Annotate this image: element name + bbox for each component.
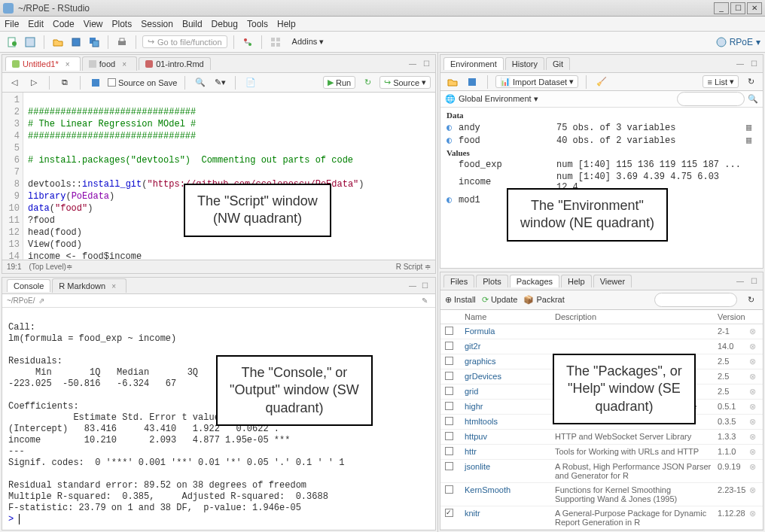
package-row[interactable]: httpuvHTTP and WebSocket Server Library1… <box>440 430 763 445</box>
save-all-icon[interactable] <box>87 35 102 50</box>
package-name[interactable]: graphics <box>465 357 555 366</box>
print-icon[interactable] <box>114 35 130 50</box>
remove-package-icon[interactable]: ⊗ <box>749 387 758 397</box>
minimize-pane-icon[interactable]: — <box>734 59 746 69</box>
packrat-button[interactable]: 📦 Packrat <box>523 295 564 305</box>
update-button[interactable]: ⟳ Update <box>482 295 518 305</box>
package-name[interactable]: git2r <box>465 342 555 351</box>
menu-plots[interactable]: Plots <box>112 19 133 29</box>
save-workspace-icon[interactable] <box>465 74 480 90</box>
package-checkbox[interactable] <box>445 432 453 440</box>
import-dataset-button[interactable]: 📊 Import Dataset ▾ <box>495 75 578 88</box>
tab-r-markdown[interactable]: R Markdown × <box>52 278 126 293</box>
tab-food[interactable]: food × <box>82 56 137 71</box>
menu-tools[interactable]: Tools <box>247 19 268 29</box>
package-checkbox[interactable] <box>445 509 453 517</box>
remove-package-icon[interactable]: ⊗ <box>749 402 758 412</box>
package-checkbox[interactable] <box>445 485 453 494</box>
scope-selector[interactable]: Global Environment ▾ <box>459 94 538 104</box>
package-name[interactable]: knitr <box>465 509 555 518</box>
clear-env-icon[interactable]: 🧹 <box>594 74 609 90</box>
tab-git[interactable]: Git <box>546 57 570 70</box>
scope-indicator[interactable]: (Top Level) <box>29 263 66 271</box>
rerun-icon[interactable]: ↻ <box>360 75 375 90</box>
maximize-pane-icon[interactable]: ☐ <box>420 59 432 69</box>
package-checkbox[interactable] <box>445 462 453 470</box>
menu-debug[interactable]: Debug <box>212 19 238 29</box>
env-row[interactable]: food_expnum [1:40] 115 136 119 115 187 .… <box>440 159 763 171</box>
project-selector[interactable]: RPoE ▾ <box>716 37 760 47</box>
tab-history[interactable]: History <box>505 57 544 70</box>
wand-icon[interactable]: ✎▾ <box>212 75 227 90</box>
maximize-pane-icon[interactable]: ☐ <box>419 281 431 291</box>
remove-package-icon[interactable]: ⊗ <box>749 357 758 366</box>
package-row[interactable]: git2r14.0⊗ <box>440 339 763 354</box>
package-name[interactable]: KernSmooth <box>465 485 555 494</box>
remove-package-icon[interactable]: ⊗ <box>749 372 758 382</box>
package-row[interactable]: httrTools for Working with URLs and HTTP… <box>440 445 763 460</box>
save-icon[interactable] <box>88 75 103 90</box>
menu-view[interactable]: View <box>84 19 103 29</box>
new-project-icon[interactable] <box>23 35 38 50</box>
package-checkbox[interactable] <box>445 342 453 350</box>
minimize-pane-icon[interactable]: — <box>734 276 746 287</box>
goto-file-function[interactable]: ↪ Go to file/function <box>142 35 227 48</box>
package-row[interactable]: KernSmoothFunctions for Kernel Smoothing… <box>440 483 763 506</box>
vcs-icon[interactable] <box>240 35 255 50</box>
load-workspace-icon[interactable] <box>445 74 460 90</box>
package-checkbox[interactable] <box>445 387 453 395</box>
package-row[interactable]: knitrA General-Purpose Package for Dynam… <box>440 506 763 530</box>
package-name[interactable]: grid <box>465 387 555 396</box>
menu-build[interactable]: Build <box>182 19 203 29</box>
remove-package-icon[interactable]: ⊗ <box>749 485 758 495</box>
menu-code[interactable]: Code <box>53 19 75 29</box>
env-row[interactable]: ◐andy75 obs. of 3 variables▦ <box>440 121 763 134</box>
minimize-pane-icon[interactable]: — <box>407 59 419 69</box>
package-checkbox[interactable] <box>445 327 453 335</box>
tab-packages[interactable]: Packages <box>510 275 559 287</box>
package-name[interactable]: httr <box>465 447 555 456</box>
package-checkbox[interactable] <box>445 417 453 425</box>
remove-package-icon[interactable]: ⊗ <box>749 509 758 518</box>
tab-help[interactable]: Help <box>561 275 592 287</box>
close-tab-icon[interactable]: × <box>62 59 74 69</box>
tab-files[interactable]: Files <box>443 275 474 287</box>
install-button[interactable]: ⊕ Install <box>445 295 476 305</box>
maximize-pane-icon[interactable]: ☐ <box>748 59 760 69</box>
source-on-save-checkbox[interactable]: Source on Save <box>108 78 177 87</box>
packages-search-input[interactable] <box>654 293 737 307</box>
tab-plots[interactable]: Plots <box>476 275 507 287</box>
package-name[interactable]: Formula <box>465 327 555 336</box>
clear-console-icon[interactable]: ✎ <box>419 296 431 306</box>
remove-package-icon[interactable]: ⊗ <box>749 327 758 336</box>
remove-package-icon[interactable]: ⊗ <box>749 447 758 457</box>
package-row[interactable]: Formula2-1⊗ <box>440 324 763 339</box>
open-icon[interactable] <box>50 35 66 50</box>
remove-package-icon[interactable]: ⊗ <box>749 342 758 351</box>
new-file-icon[interactable] <box>5 35 20 50</box>
env-search-input[interactable] <box>677 92 745 106</box>
refresh-icon[interactable]: ↻ <box>743 293 758 308</box>
package-name[interactable]: highr <box>465 402 555 411</box>
env-row[interactable]: ◐food40 obs. of 2 variables▦ <box>440 134 763 147</box>
tab-untitled1[interactable]: Untitled1* × <box>5 56 81 71</box>
workspace-panes-icon[interactable] <box>268 35 283 50</box>
forward-icon[interactable]: ▷ <box>26 75 41 90</box>
minimize-button[interactable]: _ <box>714 2 729 14</box>
remove-package-icon[interactable]: ⊗ <box>749 432 758 442</box>
package-name[interactable]: httpuv <box>465 432 555 441</box>
remove-package-icon[interactable]: ⊗ <box>749 417 758 427</box>
run-button[interactable]: ▶Run <box>323 76 355 89</box>
maximize-pane-icon[interactable]: ☐ <box>748 276 760 287</box>
compile-report-icon[interactable]: 📄 <box>243 75 258 90</box>
menu-file[interactable]: File <box>5 19 19 29</box>
close-tab-icon[interactable]: × <box>118 59 130 69</box>
back-icon[interactable]: ◁ <box>7 75 22 90</box>
tab-01-intro[interactable]: 01-intro.Rmd <box>139 57 211 70</box>
maximize-button[interactable]: ☐ <box>730 2 745 14</box>
tab-environment[interactable]: Environment <box>443 57 504 70</box>
close-button[interactable]: ✕ <box>747 2 762 14</box>
package-checkbox[interactable] <box>445 447 453 455</box>
tab-viewer[interactable]: Viewer <box>593 275 632 287</box>
package-name[interactable]: grDevices <box>465 372 555 381</box>
